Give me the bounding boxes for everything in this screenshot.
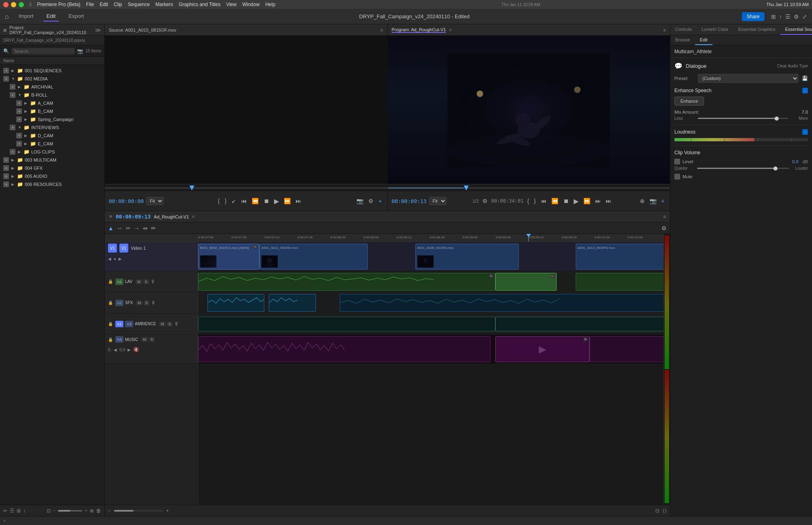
track-select-tool[interactable]: → xyxy=(134,225,140,231)
layout-icon[interactable]: ⊞ xyxy=(771,13,776,20)
add-btn[interactable]: + xyxy=(377,197,383,205)
a3-toggle[interactable]: A3 xyxy=(125,321,133,327)
program-play[interactable]: ▶ xyxy=(572,196,580,206)
program-mark-out[interactable]: } xyxy=(533,197,537,205)
shuttle-fwd[interactable]: ⏭ xyxy=(605,197,613,205)
pencil-icon[interactable]: ✏ xyxy=(3,508,7,514)
a2-m-btn[interactable]: M xyxy=(136,300,143,305)
a2-clip-3[interactable] xyxy=(340,294,670,312)
rewind-button[interactable]: ⏮ xyxy=(240,197,248,205)
tab-essential-sound[interactable]: Essential Sound xyxy=(780,24,812,35)
file-menu[interactable]: File xyxy=(86,2,94,7)
a3-m-btn[interactable]: M xyxy=(159,322,166,326)
settings-tool[interactable]: ⚙ xyxy=(661,225,667,231)
timeline-zoom-out[interactable]: − xyxy=(108,508,111,514)
a4-headphone[interactable]: 🔇 xyxy=(133,347,139,352)
program-cam-btn[interactable]: 📷 xyxy=(648,197,658,205)
v1-clip-1[interactable]: B001_B002_0815CS.mov [200%] fx xyxy=(198,244,259,270)
a1-s-btn[interactable]: S xyxy=(143,279,149,284)
tab-lumetri[interactable]: Lumetri Color xyxy=(697,24,733,35)
window-menu[interactable]: Window xyxy=(242,2,260,7)
a4-clip-3[interactable] xyxy=(590,336,670,362)
v1-next[interactable]: ● xyxy=(114,257,116,261)
tree-item-ecam[interactable]: ▪ ▶ 📁 E_CAM xyxy=(0,140,104,148)
edit-tab[interactable]: Edit xyxy=(43,11,59,22)
program-settings-btn[interactable]: ⚙ xyxy=(481,197,489,205)
a1-m-btn[interactable]: M xyxy=(136,279,142,284)
preset-save-icon[interactable]: 💾 xyxy=(802,76,808,81)
pen-tool[interactable]: ✏ xyxy=(151,225,156,231)
mark-in-button[interactable]: { xyxy=(217,197,221,205)
tree-item-interviews[interactable]: ▪ ▼ 📁 INTERVIEWS xyxy=(0,123,104,132)
timeline-zoom-in[interactable]: + xyxy=(166,508,169,514)
tree-item-bcam[interactable]: ▪ ▶ 📁 B_CAM xyxy=(0,107,104,115)
program-stop[interactable]: ⏹ xyxy=(562,197,570,205)
subtab-browse[interactable]: Browse xyxy=(670,35,695,45)
v1-prev[interactable]: ◀ xyxy=(108,257,111,261)
a1-toggle[interactable]: A1 xyxy=(115,279,123,285)
tree-item-sequences[interactable]: ▪ ▶ 📁 001 SEQUENCES xyxy=(0,67,104,75)
tree-item-broll[interactable]: ▪ ▼ 📁 B-ROLL xyxy=(0,91,104,99)
a1-clip-1[interactable]: fx xyxy=(198,273,495,291)
program-rewind[interactable]: ⏮ xyxy=(540,197,548,205)
expand-icon[interactable]: ⤢ xyxy=(802,13,807,20)
camera-icon-btn[interactable]: 📷 xyxy=(355,197,365,205)
mix-slider-track[interactable] xyxy=(698,118,788,119)
subtab-edit[interactable]: Edit xyxy=(695,35,713,45)
program-fwd[interactable]: ⏭ xyxy=(594,197,602,205)
panels-icon[interactable]: ☰ xyxy=(785,13,790,20)
preset-select[interactable]: (Custom) xyxy=(698,74,799,83)
export-icon[interactable]: ↑ xyxy=(779,13,782,20)
close-button[interactable] xyxy=(3,2,9,7)
program-panel-menu[interactable]: ≡ xyxy=(663,28,666,32)
stop-button[interactable]: ⏹ xyxy=(262,197,270,205)
forward-button[interactable]: ⏭ xyxy=(294,197,302,205)
a3-mic-icon[interactable]: 🎙 xyxy=(174,321,179,327)
settings-icon[interactable]: ⚙ xyxy=(794,13,799,20)
a2-clip-2[interactable] xyxy=(269,294,316,312)
maximize-button[interactable] xyxy=(19,2,24,7)
razor-tool[interactable]: ✂ xyxy=(126,225,131,231)
insert-button[interactable]: ↙ xyxy=(230,197,238,205)
zoom-slider[interactable] xyxy=(58,510,82,512)
trash-icon[interactable]: 🗑 xyxy=(96,508,101,514)
search-input[interactable] xyxy=(12,48,75,54)
enhance-button[interactable]: Enhance xyxy=(674,97,704,106)
source-panel-menu[interactable]: ≡ xyxy=(380,28,383,32)
a3-clip-2[interactable] xyxy=(495,317,670,331)
volume-slider[interactable] xyxy=(697,168,789,169)
v1-toggle[interactable]: V1 xyxy=(108,244,117,253)
timeline-menu[interactable]: ≡ xyxy=(663,214,666,220)
sequence-menu[interactable]: Sequence xyxy=(128,2,150,7)
a4-s-btn[interactable]: S xyxy=(149,337,155,342)
a4-lock[interactable]: 🔒 xyxy=(108,337,114,342)
new-icon[interactable]: ⊕ xyxy=(90,508,94,514)
tree-item-gfx[interactable]: ▪ ▶ 📁 004 GFX xyxy=(0,164,104,172)
edit-menu[interactable]: Edit xyxy=(99,2,108,7)
tree-item-acam[interactable]: ▪ ▶ 📁 A_CAM xyxy=(0,99,104,107)
grid-icon[interactable]: ⊞ xyxy=(17,508,21,514)
play-button[interactable]: ▶ xyxy=(273,196,280,206)
mute-checkbox[interactable] xyxy=(674,174,680,179)
share-button[interactable]: Share xyxy=(742,12,764,21)
graphics-titles-menu[interactable]: Graphics and Titles xyxy=(179,2,220,7)
a1-clip-3[interactable]: fx xyxy=(576,273,670,291)
step-forward-button[interactable]: ⏩ xyxy=(283,197,292,205)
program-fit-select[interactable]: Fit xyxy=(429,197,447,205)
minimize-button[interactable] xyxy=(11,2,16,7)
v1-fwd[interactable]: ▶ xyxy=(119,257,122,261)
markers-menu[interactable]: Markers xyxy=(155,2,173,7)
view-menu[interactable]: View xyxy=(226,2,237,7)
slip-tool[interactable]: ⇔ xyxy=(143,225,148,231)
timeline-fit[interactable]: ⊡ xyxy=(655,508,659,514)
enhance-speech-checkbox[interactable]: ✓ xyxy=(802,88,808,93)
a4-clip-2[interactable]: ▶ fx xyxy=(495,336,590,362)
help-menu[interactable]: Help xyxy=(265,2,275,7)
a1-main-toggle[interactable]: A1 xyxy=(115,321,123,327)
a1-mic-icon[interactable]: 🎙 xyxy=(151,279,155,285)
a3-s-btn[interactable]: S xyxy=(167,322,173,326)
home-icon[interactable]: ⌂ xyxy=(5,13,9,20)
a1-clip-2[interactable]: fx xyxy=(495,273,557,291)
level-checkbox[interactable] xyxy=(674,159,680,164)
program-add-btn[interactable]: + xyxy=(660,197,666,205)
